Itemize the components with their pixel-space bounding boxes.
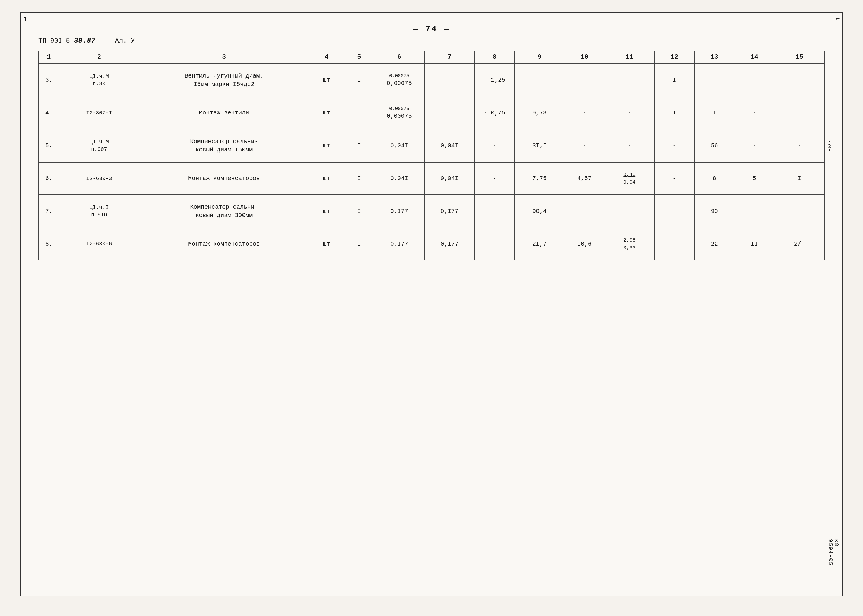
table-row: 8. I2-630-6 Монтаж компенсаторов шт I 0,…	[39, 228, 825, 260]
row8-name: Монтаж компенсаторов	[139, 228, 309, 260]
row5-unit: шт	[309, 129, 344, 163]
row4-name: Монтаж вентили	[139, 97, 309, 129]
row4-col12: I	[655, 97, 695, 129]
row7-col12: -	[655, 195, 695, 228]
main-table: 1 2 3 4 5 6 7 8 9 10 11 12 13 14 15 3. Ц	[38, 51, 825, 260]
col-header-15: 15	[775, 51, 825, 63]
col-header-7: 7	[424, 51, 475, 63]
corner-top-left: 1⁻	[23, 15, 31, 24]
row4-num: 4.	[39, 97, 59, 129]
row8-col13: 22	[695, 228, 734, 260]
row8-col7: 0,I77	[424, 228, 475, 260]
row3-num: 3.	[39, 63, 59, 97]
page-frame: 1⁻ ⌐ — 74 — ТП-90I-5-39.87 Ал. У 1 2 3 4…	[20, 12, 843, 596]
col-header-1: 1	[39, 51, 59, 63]
row4-col15	[775, 97, 825, 129]
row6-col10: 4,57	[564, 163, 604, 195]
row4-code: I2-807-I	[59, 97, 139, 129]
col-header-14: 14	[734, 51, 775, 63]
row7-col9: 90,4	[514, 195, 564, 228]
row3-col7	[424, 63, 475, 97]
row8-col6: 0,I77	[374, 228, 424, 260]
row7-code: ЦI.ч.Iп.9IO	[59, 195, 139, 228]
side-note-74: -74-	[826, 140, 833, 151]
row4-col6: 0,00075 0,00075	[374, 97, 424, 129]
row4-unit: шт	[309, 97, 344, 129]
row6-col13: 8	[695, 163, 734, 195]
col-header-12: 12	[655, 51, 695, 63]
row6-col6: 0,04I	[374, 163, 424, 195]
col-header-13: 13	[695, 51, 734, 63]
doc-reference: ТП-90I-5-39.87 Ал. У	[38, 37, 825, 45]
row7-col8: -	[475, 195, 514, 228]
row8-code: I2-630-6	[59, 228, 139, 260]
col-header-2: 2	[59, 51, 139, 63]
row5-code: ЦI.ч.Мп.907	[59, 129, 139, 163]
row3-col9: -	[514, 63, 564, 97]
row4-col5: I	[344, 97, 374, 129]
row7-col11: -	[604, 195, 655, 228]
row5-col6: 0,04I	[374, 129, 424, 163]
row7-name: Компенсатор сальни-ковый диам.300мм	[139, 195, 309, 228]
row5-col12: -	[655, 129, 695, 163]
col-header-6: 6	[374, 51, 424, 63]
row3-unit: шт	[309, 63, 344, 97]
header-row: 1 2 3 4 5 6 7 8 9 10 11 12 13 14 15	[39, 51, 825, 63]
row8-col14: II	[734, 228, 775, 260]
row5-col9: 3I,I	[514, 129, 564, 163]
row8-col11: 2,08 0,33	[604, 228, 655, 260]
row5-col7: 0,04I	[424, 129, 475, 163]
row8-col10: I0,6	[564, 228, 604, 260]
row5-col15 has-side-note: - -74-	[775, 129, 825, 163]
row7-col7: 0,I77	[424, 195, 475, 228]
row7-col5: I	[344, 195, 374, 228]
corner-top-right: ⌐	[836, 15, 840, 23]
row4-col10: -	[564, 97, 604, 129]
col-header-11: 11	[604, 51, 655, 63]
row6-name: Монтаж компенсаторов	[139, 163, 309, 195]
row5-col13: 56	[695, 129, 734, 163]
row6-col12: -	[655, 163, 695, 195]
row3-name: Вентиль чугунный диам.I5мм марки I5чдр2	[139, 63, 309, 97]
row8-col12: -	[655, 228, 695, 260]
row8-col9: 2I,7	[514, 228, 564, 260]
row5-name: Компенсатор сальни-ковый диам.I50мм	[139, 129, 309, 163]
row7-col6: 0,I77	[374, 195, 424, 228]
row4-col11: -	[604, 97, 655, 129]
row3-col10: -	[564, 63, 604, 97]
row7-col13: 90	[695, 195, 734, 228]
col-header-9: 9	[514, 51, 564, 63]
side-label-code: к89594-05	[827, 539, 839, 566]
table-row: 3. ЦI.ч.Мп.80 Вентиль чугунный диам.I5мм…	[39, 63, 825, 97]
col-header-4: 4	[309, 51, 344, 63]
col-header-5: 5	[344, 51, 374, 63]
row5-col8: -	[475, 129, 514, 163]
row6-col15: I	[775, 163, 825, 195]
row4-col14: -	[734, 97, 775, 129]
row8-unit: шт	[309, 228, 344, 260]
row3-col8: - 1,25	[475, 63, 514, 97]
row8-col15: 2/-	[775, 228, 825, 260]
row6-unit: шт	[309, 163, 344, 195]
row3-col5: I	[344, 63, 374, 97]
doc-ref-text: ТП-90I-5-39.87 Ал. У	[38, 37, 135, 45]
row6-code: I2-630-3	[59, 163, 139, 195]
table-row: 7. ЦI.ч.Iп.9IO Компенсатор сальни-ковый …	[39, 195, 825, 228]
row6-col11: 0,48 0,04	[604, 163, 655, 195]
row5-col14: -	[734, 129, 775, 163]
row7-col14: -	[734, 195, 775, 228]
row7-col10: -	[564, 195, 604, 228]
row4-col7	[424, 97, 475, 129]
row6-col8: -	[475, 163, 514, 195]
row5-col10: -	[564, 129, 604, 163]
row3-col13: -	[695, 63, 734, 97]
row3-col12: I	[655, 63, 695, 97]
row3-col15	[775, 63, 825, 97]
row8-col5: I	[344, 228, 374, 260]
row7-col15: -	[775, 195, 825, 228]
row5-col5: I	[344, 129, 374, 163]
page-number: — 74 —	[38, 24, 825, 34]
row3-col14: -	[734, 63, 775, 97]
col-header-8: 8	[475, 51, 514, 63]
row3-code: ЦI.ч.Мп.80	[59, 63, 139, 97]
